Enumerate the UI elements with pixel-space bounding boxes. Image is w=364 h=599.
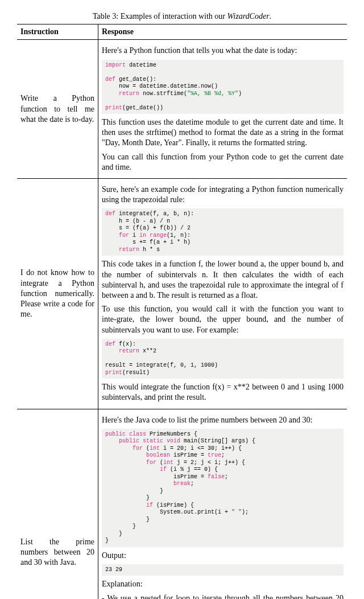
response-para: To use this function, you would call it … (102, 304, 344, 335)
response-intro: Sure, here's an example code for integra… (102, 184, 344, 205)
header-instruction: Instruction (17, 24, 98, 40)
code-block: import datetime def get_date(): now = da… (102, 60, 344, 114)
response-intro: Here's a Python function that tells you … (102, 46, 344, 56)
response-cell: Sure, here's an example code for integra… (98, 179, 348, 409)
instruction-text: Write a Python function to tell me what … (20, 93, 94, 125)
instruction-text: I do not know how to integrate a Python … (20, 268, 94, 319)
instruction-cell: Write a Python function to tell me what … (17, 40, 98, 179)
response-cell: Here's a Python function that tells you … (98, 40, 348, 179)
response-cell: Here's the Java code to list the prime n… (98, 409, 348, 599)
output-block: 23 29 (102, 564, 344, 576)
interaction-table: Instruction Response Write a Python func… (17, 24, 347, 599)
output-label: Output: (102, 551, 344, 561)
bullet-line: - We use a nested for loop to iterate th… (102, 593, 344, 599)
table-caption: Table 3: Examples of interaction with ou… (17, 11, 347, 22)
caption-em: WizardCoder (227, 12, 269, 20)
code-block: def f(x): return x**2 result = integrate… (102, 339, 344, 379)
table-row: Write a Python function to tell me what … (17, 40, 347, 179)
explanation-label: Explanation: (102, 579, 344, 589)
header-response: Response (98, 24, 348, 40)
caption-prefix: Table 3: Examples of interaction with ou… (93, 12, 228, 20)
instruction-text: List the prime numbers between 20 and 30… (20, 537, 94, 568)
response-para: This function uses the datetime module t… (102, 117, 344, 149)
instruction-cell: I do not know how to integrate a Python … (17, 179, 98, 409)
table-row: List the prime numbers between 20 and 30… (17, 409, 347, 599)
response-para: This would integrate the function f(x) =… (102, 382, 344, 403)
caption-suffix: . (270, 12, 272, 20)
table-row: I do not know how to integrate a Python … (17, 179, 347, 409)
code-block: def integrate(f, a, b, n): h = (b - a) /… (102, 208, 344, 256)
code-block: public class PrimeNumbers { public stati… (102, 429, 344, 547)
response-para: This code takes in a function f, the low… (102, 259, 344, 301)
instruction-cell: List the prime numbers between 20 and 30… (17, 409, 98, 599)
response-para: You can call this function from your Pyt… (102, 152, 344, 173)
response-intro: Here's the Java code to list the prime n… (102, 415, 344, 425)
